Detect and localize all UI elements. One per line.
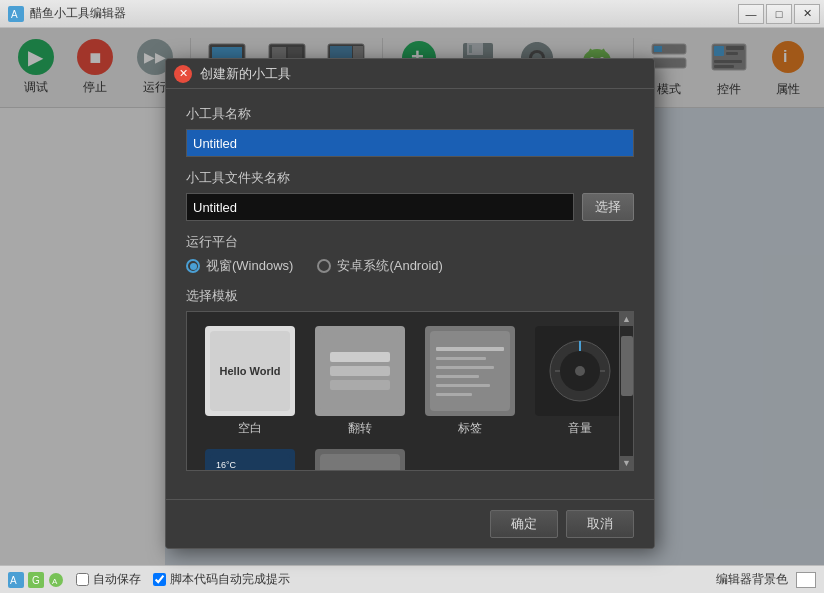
svg-text:A: A (10, 575, 17, 586)
template-tag[interactable]: 标签 (415, 320, 525, 443)
template-volume-label: 音量 (568, 420, 592, 437)
hello-world-text: Hello World (220, 365, 281, 377)
scrollbar-down-button[interactable]: ▼ (620, 456, 634, 470)
platform-label: 运行平台 (186, 233, 634, 251)
autocomplete-checkbox[interactable]: 脚本代码自动完成提示 (153, 571, 290, 588)
tool-name-input[interactable] (186, 129, 634, 157)
status-icons: A G A (8, 572, 64, 588)
folder-name-row: 选择 (186, 193, 634, 221)
app-title: 醋鱼小工具编辑器 (30, 5, 126, 22)
bg-color-label: 编辑器背景色 (716, 571, 788, 588)
status-icon3: A (48, 572, 64, 588)
title-bar: A 醋鱼小工具编辑器 — □ ✕ (0, 0, 824, 28)
dialog-footer: 确定 取消 (166, 499, 654, 548)
autocomplete-input[interactable] (153, 573, 166, 586)
folder-name-input[interactable] (186, 193, 574, 221)
autosave-label: 自动保存 (93, 571, 141, 588)
template-volume-thumb (535, 326, 619, 416)
scrollbar-track (620, 326, 633, 456)
modal-overlay: ✕ 创建新的小工具 小工具名称 小工具文件夹名称 选择 运行平台 (0, 28, 824, 565)
choose-button[interactable]: 选择 (582, 193, 634, 221)
dialog-body: 小工具名称 小工具文件夹名称 选择 运行平台 视窗(Windows) (166, 89, 654, 499)
scrollbar-up-button[interactable]: ▲ (620, 312, 634, 326)
template-flip-label: 翻转 (348, 420, 372, 437)
template-flip[interactable]: 翻转 (305, 320, 415, 443)
minimize-button[interactable]: — (738, 4, 764, 24)
template-blank-label: 空白 (238, 420, 262, 437)
bg-color-swatch[interactable] (796, 572, 816, 588)
template-volume[interactable]: 音量 (525, 320, 619, 443)
template-scrollbar: ▲ ▼ (619, 312, 633, 470)
status-bar: A G A 自动保存 脚本代码自动完成提示 编辑器背景色 (0, 565, 824, 593)
platform-section: 运行平台 视窗(Windows) 安卓系统(Android) (186, 233, 634, 275)
template-flip-thumb (315, 326, 405, 416)
status-icon1: A (8, 572, 24, 588)
template-grid-wrapper: Hello World 空白 (186, 311, 634, 471)
template-section: 选择模板 Hello World 空白 (186, 287, 634, 471)
template-blank-thumb: Hello World (205, 326, 295, 416)
confirm-button[interactable]: 确定 (490, 510, 558, 538)
template-weather[interactable]: 16°C 天气 (195, 443, 305, 470)
window-controls: — □ ✕ (738, 4, 820, 24)
status-right: 编辑器背景色 (716, 571, 816, 588)
dialog-title-bar: ✕ 创建新的小工具 (166, 59, 654, 89)
dialog-close-button[interactable]: ✕ (174, 65, 192, 83)
volume-preview (535, 326, 619, 416)
windows-option[interactable]: 视窗(Windows) (186, 257, 293, 275)
template-blank[interactable]: Hello World 空白 (195, 320, 305, 443)
template-textinput-thumb: 文字内容输入提示查看 (315, 449, 405, 470)
status-icon2: G (28, 572, 44, 588)
template-grid: Hello World 空白 (187, 312, 619, 470)
dialog-title: 创建新的小工具 (200, 65, 291, 83)
autosave-checkbox[interactable]: 自动保存 (76, 571, 141, 588)
app-icon: A (8, 6, 24, 22)
autocomplete-label: 脚本代码自动完成提示 (170, 571, 290, 588)
template-tag-label: 标签 (458, 420, 482, 437)
windows-label: 视窗(Windows) (206, 257, 293, 275)
autosave-input[interactable] (76, 573, 89, 586)
svg-text:A: A (52, 577, 58, 586)
svg-text:A: A (11, 9, 18, 20)
template-label: 选择模板 (186, 287, 634, 305)
template-weather-thumb: 16°C (205, 449, 295, 470)
android-label: 安卓系统(Android) (337, 257, 442, 275)
tool-name-label: 小工具名称 (186, 105, 634, 123)
svg-point-53 (575, 366, 585, 376)
windows-radio[interactable] (186, 259, 200, 273)
svg-text:G: G (32, 575, 40, 586)
template-tag-thumb (425, 326, 515, 416)
maximize-button[interactable]: □ (766, 4, 792, 24)
android-radio[interactable] (317, 259, 331, 273)
template-textinput[interactable]: 文字内容输入提示查看 文字输入 (305, 443, 415, 470)
create-tool-dialog: ✕ 创建新的小工具 小工具名称 小工具文件夹名称 选择 运行平台 (165, 58, 655, 549)
platform-radio-group: 视窗(Windows) 安卓系统(Android) (186, 257, 634, 275)
scrollbar-thumb[interactable] (621, 336, 633, 396)
folder-name-label: 小工具文件夹名称 (186, 169, 634, 187)
close-button[interactable]: ✕ (794, 4, 820, 24)
app-window: A 醋鱼小工具编辑器 — □ ✕ ▶ 调试 ■ 停止 ▶▶ 运行 (0, 0, 824, 593)
cancel-button[interactable]: 取消 (566, 510, 634, 538)
android-option[interactable]: 安卓系统(Android) (317, 257, 442, 275)
